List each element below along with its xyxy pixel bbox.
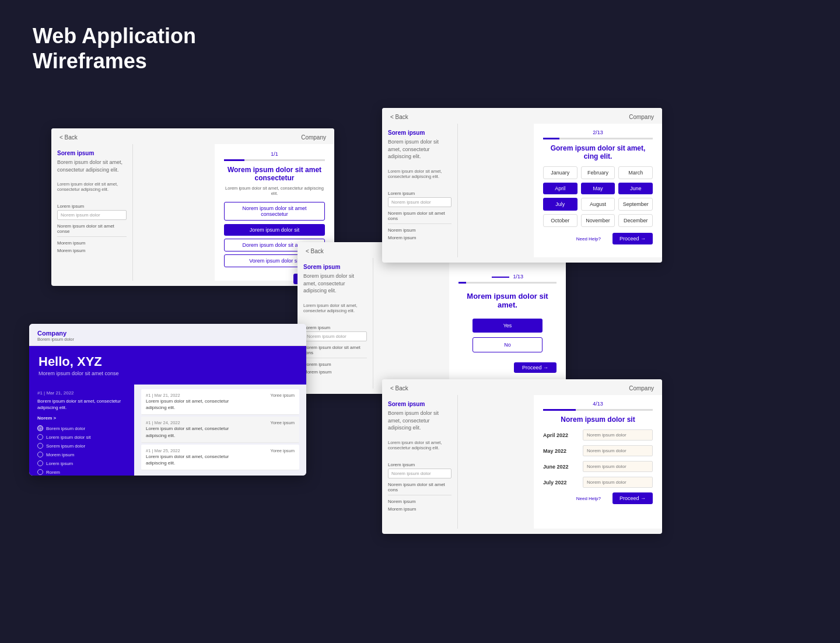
dash-right-item-2: #1 | Mar 24, 2022 Lorem ipsum dolor sit … bbox=[141, 417, 299, 442]
back-button-wf3[interactable]: < Back bbox=[390, 114, 408, 120]
date-row-1: April 2022 bbox=[543, 429, 653, 441]
month-jan[interactable]: January bbox=[543, 166, 578, 179]
dash-right-item-3: #1 | Mar 25, 2022 Lorem ipsum dolor sit … bbox=[141, 445, 299, 470]
dash-subtitle: Morem ipsum dolor sit amet conse bbox=[38, 371, 297, 376]
month-jun[interactable]: June bbox=[618, 183, 653, 194]
date-input-3[interactable] bbox=[583, 461, 653, 472]
check-icon-4 bbox=[37, 452, 43, 457]
dash-norem-link[interactable]: Norem > bbox=[37, 415, 126, 421]
check-item-3: Sorem ipsum dolor bbox=[37, 443, 126, 449]
form-label3-wf4: Norem ipsum bbox=[388, 499, 452, 504]
main-title-wf2: Morem ipsum dolor sit amet. bbox=[459, 292, 556, 309]
sidebar-lorem-wf4: Lorem ipsum dolor sit amet, consectetur … bbox=[388, 440, 452, 450]
main-title-wf3: Gorem ipsum dolor sit amet, cing elit. bbox=[543, 144, 653, 160]
dash-hero: Hello, XYZ Morem ipsum dolor sit amet co… bbox=[29, 346, 306, 385]
wireframe-1: < Back Company Sorem ipsum Borem ipsum d… bbox=[51, 128, 334, 286]
form-label2-wf1: Norem ipsum dolor sit amet conse bbox=[57, 223, 127, 234]
step-wf1: 1/1 bbox=[224, 151, 325, 157]
form-label3-wf2: Norem ipsum bbox=[303, 362, 367, 367]
dash-right-item-1: #1 | Mar 21, 2022 Lorem ipsum dolor sit … bbox=[141, 389, 299, 415]
month-oct[interactable]: October bbox=[543, 214, 578, 227]
check-item-5: Lorem ipsum bbox=[37, 460, 126, 466]
check-icon-3 bbox=[37, 443, 43, 449]
main-title-wf1: Worem ipsum dolor sit amet consectetur bbox=[224, 166, 325, 182]
form-label4-wf1: Morem ipsum bbox=[57, 248, 127, 253]
form-label4-wf4: Morem ipsum bbox=[388, 506, 452, 512]
form-field1-wf2[interactable]: Norem ipsum dolor bbox=[303, 331, 367, 341]
month-apr[interactable]: April bbox=[543, 183, 578, 194]
month-may[interactable]: May bbox=[581, 183, 615, 194]
no-btn-wf2[interactable]: No bbox=[473, 337, 542, 352]
company-label-wf1: Company bbox=[301, 134, 326, 141]
check-icon-6 bbox=[37, 469, 43, 475]
date-label-1: April 2022 bbox=[543, 432, 578, 438]
check-item-1: ✓ Borem ipsum dolor bbox=[37, 425, 126, 431]
check-icon-5 bbox=[37, 460, 43, 466]
dash-header: Company Borem ipsum dolor bbox=[29, 324, 306, 346]
sidebar-title-wf1: Sorem ipsum bbox=[57, 150, 127, 156]
main-subtitle-wf1: Lorem ipsum dolor sit amet, consectetur … bbox=[224, 186, 325, 196]
month-mar[interactable]: March bbox=[618, 166, 653, 179]
month-jul[interactable]: July bbox=[543, 198, 578, 211]
back-button-wf2[interactable]: < Back bbox=[306, 248, 324, 254]
form-label1-wf1: Lorem ipsum bbox=[57, 204, 127, 209]
sidebar-subtitle-wf3: Borem ipsum dolor sit amet, consectetur … bbox=[388, 138, 452, 160]
date-label-4: July 2022 bbox=[543, 480, 578, 485]
main-title-wf4: Norem ipsum dolor sit bbox=[543, 415, 653, 424]
check-item-2: Lorem ipsum dolor sit bbox=[37, 434, 126, 440]
wireframe-4: < Back Company Sorem ipsum Borem ipsum d… bbox=[382, 379, 662, 534]
dash-content: #1 | Mar 21, 2022 Borem ipsum dolor sit … bbox=[29, 385, 306, 476]
proceed-btn-wf2[interactable]: Proceed → bbox=[514, 362, 556, 373]
dash-left-panel: #1 | Mar 21, 2022 Borem ipsum dolor sit … bbox=[29, 385, 134, 476]
proceed-btn-wf3[interactable]: Proceed → bbox=[612, 233, 653, 244]
step-wf2: 1/13 bbox=[459, 274, 556, 279]
check-icon-2 bbox=[37, 434, 43, 440]
month-nov[interactable]: November bbox=[581, 214, 615, 227]
date-input-2[interactable] bbox=[583, 445, 653, 456]
option-btn1-wf1[interactable]: Norem ipsum dolor sit amet consectetur bbox=[224, 202, 325, 221]
proceed-btn-wf4[interactable]: Proceed → bbox=[612, 492, 653, 504]
form-label3-wf3: Norem ipsum bbox=[388, 228, 452, 233]
sidebar-title-wf4: Sorem ipsum bbox=[388, 401, 452, 407]
form-label3-wf1: Morem ipsum bbox=[57, 240, 127, 246]
dash-company: Company bbox=[37, 330, 298, 337]
month-feb[interactable]: February bbox=[581, 166, 615, 179]
check-item-4: Morem ipsum bbox=[37, 452, 126, 457]
dash-hello: Hello, XYZ bbox=[38, 354, 297, 369]
sidebar-lorem-wf1: Lorem ipsum dolor elit sit amet, consect… bbox=[57, 181, 127, 192]
company-label-wf4: Company bbox=[629, 385, 654, 392]
form-label1-wf3: Lorem ipsum bbox=[388, 191, 452, 196]
wireframe-2: < Back Sorem ipsum Borem ipsum dolor sit… bbox=[298, 242, 566, 394]
date-row-2: May 2022 bbox=[543, 445, 653, 456]
date-row-4: July 2022 bbox=[543, 477, 653, 488]
step-wf3: 2/13 bbox=[543, 130, 653, 135]
need-help-wf3[interactable]: Need Help? bbox=[570, 234, 607, 244]
form-field1-wf1[interactable]: Norem ipsum dolor bbox=[57, 210, 127, 220]
form-field1-wf4[interactable]: Norem ipsum dolor bbox=[388, 469, 452, 478]
date-input-1[interactable] bbox=[583, 429, 653, 441]
check-item-6: Rorem bbox=[37, 469, 126, 475]
sidebar-subtitle-wf1: Borem ipsum dolor sit amet, consectetur … bbox=[57, 159, 127, 173]
yes-btn-wf2[interactable]: Yes bbox=[473, 319, 542, 333]
need-help-wf4[interactable]: Need Help? bbox=[570, 494, 607, 504]
form-label2-wf4: Norem ipsum dolor sit amet cons bbox=[388, 482, 452, 492]
month-dec[interactable]: December bbox=[618, 214, 653, 227]
form-label1-wf2: Lorem ipsum bbox=[303, 325, 367, 330]
wireframe-3: < Back Company Sorem ipsum Borem ipsum d… bbox=[382, 108, 662, 263]
dash-right-panel: #1 | Mar 21, 2022 Lorem ipsum dolor sit … bbox=[134, 385, 306, 476]
option-btn2-wf1[interactable]: Jorem ipsum dolor sit bbox=[224, 224, 325, 236]
back-button-wf4[interactable]: < Back bbox=[390, 385, 408, 392]
back-button-wf1[interactable]: < Back bbox=[60, 134, 78, 141]
date-label-2: May 2022 bbox=[543, 448, 578, 454]
page-title: Web Application Wireframes bbox=[33, 23, 196, 74]
month-aug[interactable]: August bbox=[581, 198, 615, 211]
sidebar-title-wf3: Sorem ipsum bbox=[388, 130, 452, 136]
form-field1-wf3[interactable]: Norem ipsum dolor bbox=[388, 197, 452, 207]
date-label-3: June 2022 bbox=[543, 464, 578, 470]
dashboard-card: Company Borem ipsum dolor Hello, XYZ Mor… bbox=[29, 324, 306, 476]
date-input-4[interactable] bbox=[583, 477, 653, 488]
month-sep[interactable]: September bbox=[618, 198, 653, 211]
dash-event-desc: Borem ipsum dolor sit amet, consectetur … bbox=[37, 398, 126, 411]
sidebar-lorem-wf3: Lorem ipsum dolor sit amet, consectetur … bbox=[388, 169, 452, 179]
dash-event-date: #1 | Mar 21, 2022 bbox=[37, 390, 126, 396]
